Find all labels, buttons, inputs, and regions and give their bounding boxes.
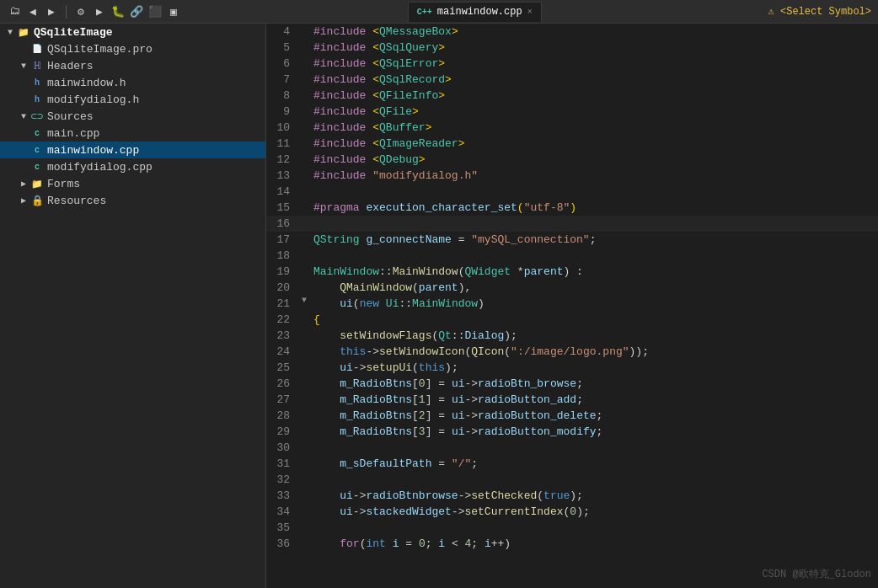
sources-folder-icon: ⊂⊃ xyxy=(30,110,44,123)
resources-arrow: ▶ xyxy=(17,195,30,206)
debug-icon[interactable]: 🐛 xyxy=(110,4,126,19)
line-content-4: #include <QMessageBox> xyxy=(310,24,878,40)
editor-content: 4 #include <QMessageBox> 5 #include <QSq… xyxy=(266,24,878,552)
line-content-5: #include <QSqlQuery> xyxy=(310,40,878,56)
forms-arrow: ▶ xyxy=(17,179,30,189)
tab-cpp-icon: C++ xyxy=(417,8,432,17)
line-num-4: 4 xyxy=(266,24,298,40)
stop-icon[interactable]: ⬛ xyxy=(147,4,163,19)
code-line-7: 7 #include <QSqlRecord> xyxy=(266,72,878,88)
fold-15 xyxy=(298,200,310,216)
line-content-36: for(int i = 0; i < 4; i++) xyxy=(310,536,878,552)
code-line-18: 18 xyxy=(266,248,878,264)
mainwindow-cpp-label: mainwindow.cpp xyxy=(47,144,139,157)
fold-31 xyxy=(298,456,310,472)
line-num-5: 5 xyxy=(266,40,298,56)
line-content-17: QString g_connectName = "mySQL_connectio… xyxy=(310,232,878,248)
fold-35 xyxy=(298,520,310,536)
tree-mainwindow-h[interactable]: h mainwindow.h xyxy=(0,74,265,91)
line-content-29: m_RadioBtns[3] = ui->radioButton_modify; xyxy=(310,424,878,440)
sep1 xyxy=(66,5,67,19)
line-num-29: 29 xyxy=(266,424,298,440)
line-content-6: #include <QSqlError> xyxy=(310,56,878,72)
code-line-10: 10 #include <QBuffer> xyxy=(266,120,878,136)
fold-25 xyxy=(298,360,310,376)
toolbar-center: C++ mainwindow.cpp × xyxy=(181,2,768,22)
tree-pro[interactable]: 📄 QSqliteImage.pro xyxy=(0,40,265,57)
line-num-28: 28 xyxy=(266,408,298,424)
tree-resources[interactable]: ▶ 🔒 Resources xyxy=(0,192,265,209)
pro-label: QSqliteImage.pro xyxy=(47,43,153,56)
tab-mainwindow-cpp[interactable]: C++ mainwindow.cpp × xyxy=(408,2,542,22)
tree-mainwindow-cpp[interactable]: c mainwindow.cpp xyxy=(0,142,265,158)
root-folder-icon: 📁 xyxy=(17,25,30,39)
fold-14 xyxy=(298,184,310,200)
tree-sources[interactable]: ▼ ⊂⊃ Sources xyxy=(0,108,265,125)
line-content-8: #include <QFileInfo> xyxy=(310,88,878,104)
line-content-23: setWindowFlags(Qt::Dialog); xyxy=(310,328,878,344)
fold-9 xyxy=(298,104,310,120)
build-icon[interactable]: ⚙ xyxy=(73,4,88,19)
line-num-19: 19 xyxy=(266,264,298,280)
tab-close-button[interactable]: × xyxy=(527,8,533,17)
line-num-33: 33 xyxy=(266,488,298,504)
line-content-31: m_sDefaultPath = "/"; xyxy=(310,456,878,472)
grid-icon[interactable]: ▣ xyxy=(166,4,181,19)
fold-20 xyxy=(298,280,310,296)
line-content-18 xyxy=(310,248,878,264)
fold-21[interactable]: ▼ xyxy=(298,296,310,312)
headers-folder-icon: ℍ xyxy=(30,59,44,72)
line-content-22: { xyxy=(310,312,878,328)
line-content-13: #include "modifydialog.h" xyxy=(310,168,878,184)
line-content-27: m_RadioBtns[1] = ui->radioButton_add; xyxy=(310,392,878,408)
code-line-8: 8 #include <QFileInfo> xyxy=(266,88,878,104)
forms-label: Forms xyxy=(47,178,80,190)
code-line-22: 22 { xyxy=(266,312,878,328)
tree-headers[interactable]: ▼ ℍ Headers xyxy=(0,57,265,74)
tree-main-cpp[interactable]: c main.cpp xyxy=(0,125,265,142)
line-content-15: #pragma execution_character_set("utf-8") xyxy=(310,200,878,216)
line-num-20: 20 xyxy=(266,280,298,296)
toolbar: 🗂 ◀ ▶ ⚙ ▶ 🐛 🔗 ⬛ ▣ C++ mainwindow.cpp × ⚠… xyxy=(0,0,878,24)
code-editor[interactable]: 4 #include <QMessageBox> 5 #include <QSq… xyxy=(266,24,878,588)
tree-modifydialog-cpp[interactable]: c modifydialog.cpp xyxy=(0,158,265,175)
line-content-34: ui->stackedWidget->setCurrentIndex(0); xyxy=(310,504,878,520)
line-content-33: ui->radioBtnbrowse->setChecked(true); xyxy=(310,488,878,504)
run-icon[interactable]: ▶ xyxy=(92,4,107,19)
tree-root[interactable]: ▼ 📁 QSqliteImage xyxy=(0,24,265,40)
tree-modifydialog-h[interactable]: h modifydialog.h xyxy=(0,91,265,108)
fold-10 xyxy=(298,120,310,136)
h-icon-modifydialog: h xyxy=(30,93,44,106)
line-num-11: 11 xyxy=(266,136,298,152)
resources-label: Resources xyxy=(47,195,106,207)
link-icon[interactable]: 🔗 xyxy=(129,4,144,19)
fold-5 xyxy=(298,40,310,56)
line-num-32: 32 xyxy=(266,472,298,488)
code-line-24: 24 this->setWindowIcon(QIcon(":/image/lo… xyxy=(266,344,878,360)
line-content-12: #include <QDebug> xyxy=(310,152,878,168)
code-line-5: 5 #include <QSqlQuery> xyxy=(266,40,878,56)
line-content-21: ui(new Ui::MainWindow) xyxy=(310,296,878,312)
fold-11 xyxy=(298,136,310,152)
line-num-8: 8 xyxy=(266,88,298,104)
code-line-25: 25 ui->setupUi(this); xyxy=(266,360,878,376)
file-tree: ▼ 📁 QSqliteImage 📄 QSqliteImage.pro ▼ ℍ … xyxy=(0,24,266,588)
fold-33 xyxy=(298,488,310,504)
fold-32 xyxy=(298,472,310,488)
line-num-13: 13 xyxy=(266,168,298,184)
project-icon: 🗂 xyxy=(7,4,22,19)
fold-30 xyxy=(298,440,310,456)
code-line-15: 15 #pragma execution_character_set("utf-… xyxy=(266,200,878,216)
fold-29 xyxy=(298,424,310,440)
nav-forward[interactable]: ▶ xyxy=(44,4,59,19)
fold-18 xyxy=(298,248,310,264)
root-label: QSqliteImage xyxy=(34,26,113,39)
line-num-21: 21 xyxy=(266,296,298,312)
tree-forms[interactable]: ▶ 📁 Forms xyxy=(0,175,265,192)
main-area: ▼ 📁 QSqliteImage 📄 QSqliteImage.pro ▼ ℍ … xyxy=(0,24,878,588)
line-num-9: 9 xyxy=(266,104,298,120)
line-num-18: 18 xyxy=(266,248,298,264)
fold-24 xyxy=(298,344,310,360)
nav-back[interactable]: ◀ xyxy=(25,4,40,19)
code-line-16: 16 xyxy=(266,216,878,232)
